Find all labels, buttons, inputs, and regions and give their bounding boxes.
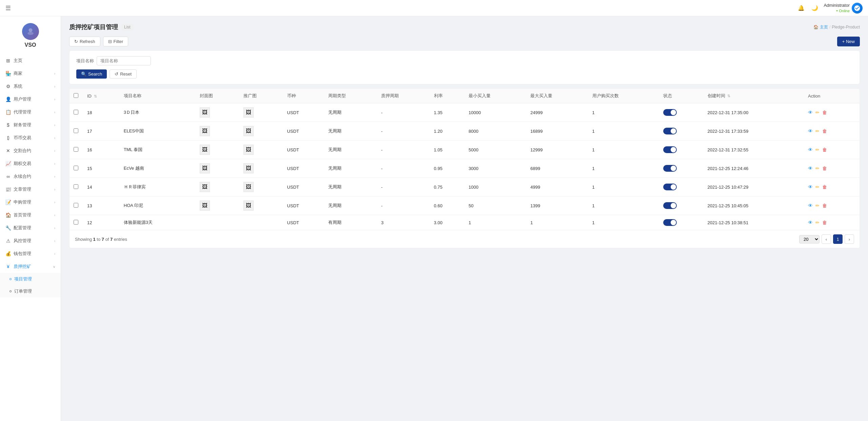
view-icon[interactable]: 👁 (808, 203, 813, 208)
view-icon[interactable]: 👁 (808, 147, 813, 152)
cell-id: 15 (83, 159, 120, 178)
edit-icon[interactable]: ✏ (815, 147, 820, 152)
chevron-right-icon: › (54, 201, 55, 204)
cell-min-buy: 1 (465, 215, 526, 230)
sidebar-item-article-mgmt[interactable]: 📰 文章管理 › (0, 183, 61, 196)
cell-cycle-type: 无周期 (324, 178, 377, 196)
cell-created-at: 2022-12-31 17:35:00 (704, 103, 804, 122)
theme-toggle-button[interactable]: 🌙 (810, 3, 820, 13)
status-toggle[interactable] (663, 202, 677, 209)
sidebar-item-project-mgmt[interactable]: 项目管理 (0, 273, 61, 285)
avatar[interactable] (852, 3, 863, 14)
delete-icon[interactable]: 🗑 (822, 220, 827, 225)
svg-point-1 (27, 32, 34, 35)
sort-icon[interactable]: ⇅ (94, 94, 97, 98)
reset-button[interactable]: ↺ Reset (110, 69, 137, 79)
agent-icon: 📋 (5, 109, 11, 115)
next-page-button[interactable]: › (845, 234, 854, 244)
row-checkbox[interactable] (74, 147, 78, 152)
row-checkbox[interactable] (74, 203, 78, 208)
view-icon[interactable]: 👁 (808, 184, 813, 190)
delete-icon[interactable]: 🗑 (822, 166, 827, 171)
sidebar-item-finance-mgmt[interactable]: $ 财务管理 › (0, 119, 61, 131)
cell-cover: 🖼 (196, 141, 239, 159)
breadcrumb-home-link[interactable]: 主页 (820, 24, 828, 30)
action-icons: 👁 ✏ 🗑 (808, 184, 855, 190)
sidebar-item-merchant[interactable]: 🏪 商家 › (0, 67, 61, 80)
sidebar-item-apply-mgmt[interactable]: 📝 申购管理 › (0, 196, 61, 209)
new-button[interactable]: + New (837, 37, 860, 46)
view-icon[interactable]: 👁 (808, 110, 813, 115)
cell-coin: USDT (283, 159, 324, 178)
edit-icon[interactable]: ✏ (815, 184, 820, 190)
view-icon[interactable]: 👁 (808, 166, 813, 171)
delete-icon[interactable]: 🗑 (822, 184, 827, 190)
sidebar-item-wallet-mgmt[interactable]: 💰 钱包管理 › (0, 247, 61, 260)
row-checkbox[interactable] (74, 110, 78, 114)
sidebar-item-contract-trade[interactable]: ✕ 交割合约 › (0, 144, 61, 157)
sidebar-item-order-mgmt[interactable]: 订单管理 (0, 285, 61, 297)
view-icon[interactable]: 👁 (808, 220, 813, 225)
sidebar-item-perpetual[interactable]: ∞ 永续合约 › (0, 170, 61, 183)
edit-icon[interactable]: ✏ (815, 110, 820, 115)
filter-button[interactable]: ⊟ Filter (103, 37, 129, 46)
project-name-input[interactable] (97, 56, 151, 65)
edit-icon[interactable]: ✏ (815, 166, 820, 171)
sidebar-item-user-mgmt[interactable]: 👤 用户管理 › (0, 93, 61, 106)
row-checkbox[interactable] (74, 220, 78, 225)
view-icon[interactable]: 👁 (808, 128, 813, 134)
finance-icon: $ (5, 122, 11, 128)
edit-icon[interactable]: ✏ (815, 203, 820, 208)
promo-image: 🖼 (243, 126, 254, 136)
delete-icon[interactable]: 🗑 (822, 110, 827, 115)
main-content: 质押挖矿项目管理 List 🏠 主页 / Pledge-Product ↻ Re… (61, 0, 868, 421)
page-1-button[interactable]: 1 (833, 234, 843, 244)
sidebar-item-config-mgmt[interactable]: 🔧 配置管理 › (0, 222, 61, 234)
refresh-button[interactable]: ↻ Refresh (69, 37, 100, 46)
sidebar-item-coin-trade[interactable]: ₿ 币币交易 › (0, 131, 61, 144)
search-button[interactable]: 🔍 Search (76, 69, 107, 79)
cell-promo: 🖼 (239, 122, 283, 141)
contract-icon: ✕ (5, 148, 11, 153)
status-toggle[interactable] (663, 184, 677, 190)
status-toggle[interactable] (663, 165, 677, 172)
delete-icon[interactable]: 🗑 (822, 147, 827, 152)
edit-icon[interactable]: ✏ (815, 128, 820, 134)
table-row: 15 EcVe 越南 🖼 🖼 USDT 无周期 - 0.95 3000 6899… (70, 159, 860, 178)
sidebar-item-home-mgmt[interactable]: 🏠 首页管理 › (0, 209, 61, 222)
table-row: 14 ＨＲ菲律宾 🖼 🖼 USDT 无周期 - 0.75 1000 4999 1… (70, 178, 860, 196)
cell-user-buy-count: 1 (588, 141, 659, 159)
sidebar-item-agent-mgmt[interactable]: 📋 代理管理 › (0, 106, 61, 119)
sort-icon[interactable]: ⇅ (727, 94, 730, 98)
sidebar-item-risk-mgmt[interactable]: ⚠ 风控管理 › (0, 234, 61, 247)
delete-icon[interactable]: 🗑 (822, 203, 827, 208)
page-size-select[interactable]: 20 50 100 (799, 235, 820, 244)
row-checkbox[interactable] (74, 128, 78, 133)
cell-promo: 🖼 (239, 103, 283, 122)
pagination: 20 50 100 ‹ 1 › (799, 234, 854, 244)
cover-image: 🖼 (200, 126, 210, 136)
row-checkbox[interactable] (74, 166, 78, 170)
status-toggle[interactable] (663, 146, 677, 153)
sidebar-item-pledge-mine[interactable]: ¥ 质押挖矿 ∨ (0, 260, 61, 273)
prev-page-button[interactable]: ‹ (822, 234, 831, 244)
sidebar-item-label: 质押挖矿 (14, 264, 31, 270)
col-coin: 币种 (283, 89, 324, 103)
sidebar-item-options-trade[interactable]: 📈 期权交易 › (0, 157, 61, 170)
delete-icon[interactable]: 🗑 (822, 128, 827, 134)
menu-toggle-icon[interactable]: ☰ (5, 4, 11, 12)
row-checkbox[interactable] (74, 184, 78, 189)
edit-icon[interactable]: ✏ (815, 220, 820, 225)
notification-button[interactable]: 🔔 (796, 3, 806, 13)
sidebar-item-system[interactable]: ⚙ 系统 › (0, 80, 61, 93)
apply-icon: 📝 (5, 199, 11, 205)
col-pledge-period: 质押周期 (377, 89, 430, 103)
status-toggle[interactable] (663, 128, 677, 134)
sidebar-item-label: 期权交易 (14, 161, 31, 167)
sidebar-item-home[interactable]: ⊞ 主页 (0, 54, 61, 67)
status-toggle[interactable] (663, 109, 677, 116)
select-all-checkbox[interactable] (74, 93, 78, 98)
status-toggle[interactable] (663, 219, 677, 226)
showing-text: Showing 1 to 7 of 7 entries (75, 237, 127, 242)
cell-action: 👁 ✏ 🗑 (804, 103, 860, 122)
